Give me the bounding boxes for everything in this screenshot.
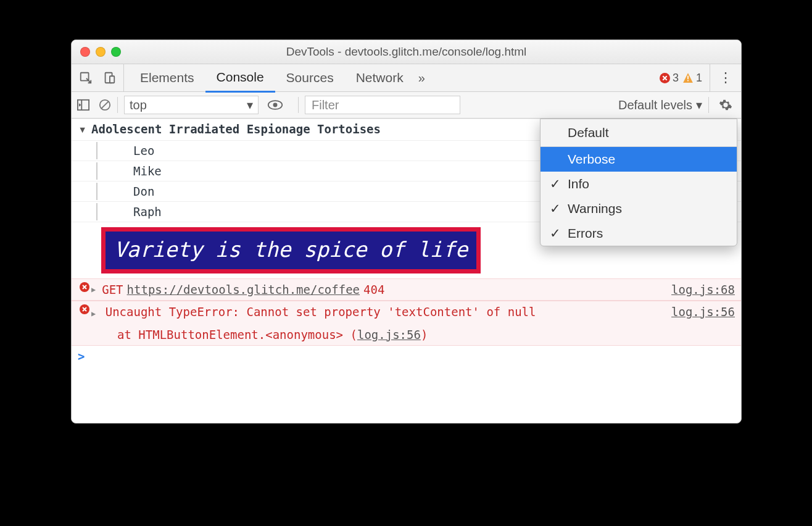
console-error-row[interactable]: ▶ Uncaught TypeError: Cannot set propert… bbox=[72, 301, 741, 346]
disclosure-triangle-icon[interactable]: ▶ bbox=[91, 281, 96, 298]
stack-suffix: ) bbox=[421, 328, 428, 341]
context-selector[interactable]: top ▾ bbox=[124, 96, 259, 114]
disclosure-triangle-icon[interactable]: ▶ bbox=[91, 305, 96, 322]
svg-rect-5 bbox=[687, 80, 689, 81]
tab-console[interactable]: Console bbox=[205, 64, 275, 93]
dropdown-item-errors[interactable]: ✓ Errors bbox=[541, 221, 737, 246]
console-error-row[interactable]: ▶ GET https://devtools.glitch.me/coffee … bbox=[72, 278, 741, 301]
titlebar: DevTools - devtools.glitch.me/console/lo… bbox=[72, 40, 741, 64]
tab-network[interactable]: Network bbox=[345, 64, 415, 91]
window-controls bbox=[80, 47, 121, 57]
check-icon: ✓ bbox=[549, 226, 561, 241]
svg-point-11 bbox=[273, 103, 278, 107]
tabs-overflow-button[interactable]: » bbox=[415, 71, 429, 85]
dropdown-item-label: Info bbox=[568, 177, 589, 191]
group-item-text: Don bbox=[133, 183, 154, 200]
error-url[interactable]: https://devtools.glitch.me/coffee bbox=[127, 281, 360, 298]
context-value: top bbox=[130, 98, 147, 112]
tab-sources[interactable]: Sources bbox=[275, 64, 345, 91]
http-status: 404 bbox=[363, 281, 384, 298]
console-toolbar: top ▾ Filter Default levels ▾ bbox=[72, 92, 741, 119]
levels-label: Default levels bbox=[618, 98, 692, 112]
device-toolbar-icon[interactable] bbox=[102, 71, 116, 85]
error-count-badge[interactable]: 3 bbox=[660, 72, 679, 85]
disclosure-triangle-icon[interactable]: ▶ bbox=[75, 128, 92, 133]
error-count: 3 bbox=[673, 72, 679, 85]
dropdown-item-label: Warnings bbox=[568, 201, 622, 216]
log-levels-selector[interactable]: Default levels ▾ bbox=[618, 98, 702, 112]
dropdown-item-verbose[interactable]: Verbose bbox=[541, 147, 737, 172]
dropdown-item-info[interactable]: ✓ Info bbox=[541, 172, 737, 196]
group-title: Adolescent Irradiated Espionage Tortoise… bbox=[91, 120, 381, 138]
svg-rect-2 bbox=[110, 76, 114, 83]
group-item-text: Raph bbox=[133, 203, 162, 220]
error-icon bbox=[80, 304, 89, 314]
source-link[interactable]: log.js:56 bbox=[664, 303, 735, 320]
dropdown-item-warnings[interactable]: ✓ Warnings bbox=[541, 196, 737, 221]
check-icon: ✓ bbox=[549, 177, 561, 191]
stack-prefix: at HTMLButtonElement.<anonymous> ( bbox=[117, 328, 357, 341]
dropdown-item-label: Errors bbox=[568, 226, 603, 241]
live-expression-icon[interactable] bbox=[267, 99, 283, 111]
chevron-down-icon: ▾ bbox=[696, 98, 702, 112]
prompt-caret-icon: > bbox=[78, 349, 85, 363]
dropdown-item-label: Verbose bbox=[568, 152, 615, 167]
close-window-button[interactable] bbox=[80, 47, 90, 57]
more-options-button[interactable]: ⋮ bbox=[715, 70, 736, 86]
group-item-text: Leo bbox=[133, 142, 154, 159]
error-message: Uncaught TypeError: Cannot set property … bbox=[106, 305, 536, 319]
inspect-element-icon[interactable] bbox=[79, 71, 93, 85]
stack-link[interactable]: log.js:56 bbox=[357, 328, 421, 341]
main-tabbar: Elements Console Sources Network » 3 1 ⋮ bbox=[72, 64, 741, 92]
filter-input[interactable]: Filter bbox=[305, 96, 460, 114]
http-method: GET bbox=[102, 281, 123, 298]
window-title: DevTools - devtools.glitch.me/console/lo… bbox=[72, 45, 741, 59]
svg-rect-4 bbox=[687, 76, 689, 80]
sidebar-toggle-icon[interactable] bbox=[77, 99, 90, 111]
log-levels-dropdown: Default Verbose ✓ Info ✓ Warnings ✓ Erro… bbox=[540, 119, 737, 246]
clear-console-icon[interactable] bbox=[99, 99, 111, 111]
warning-count-badge[interactable]: 1 bbox=[682, 72, 702, 85]
message-counts[interactable]: 3 1 bbox=[660, 64, 710, 91]
zoom-window-button[interactable] bbox=[111, 47, 121, 57]
error-icon bbox=[80, 282, 89, 292]
tab-elements[interactable]: Elements bbox=[129, 64, 205, 91]
svg-line-9 bbox=[102, 102, 109, 109]
chevron-down-icon: ▾ bbox=[247, 98, 253, 112]
warning-count: 1 bbox=[696, 72, 702, 85]
filter-placeholder: Filter bbox=[312, 98, 339, 112]
check-icon: ✓ bbox=[549, 201, 561, 216]
console-prompt[interactable]: > bbox=[72, 346, 741, 367]
panel-tabs: Elements Console Sources Network » bbox=[129, 64, 429, 91]
source-link[interactable]: log.js:68 bbox=[664, 281, 735, 298]
styled-log-message: Variety is the spice of life bbox=[101, 227, 481, 273]
dropdown-header[interactable]: Default bbox=[541, 119, 737, 147]
group-item-text: Mike bbox=[133, 162, 162, 180]
console-output: ▶ Adolescent Irradiated Espionage Tortoi… bbox=[72, 119, 741, 367]
minimize-window-button[interactable] bbox=[96, 47, 106, 57]
settings-gear-icon[interactable] bbox=[715, 98, 736, 112]
devtools-window: DevTools - devtools.glitch.me/console/lo… bbox=[71, 40, 742, 424]
